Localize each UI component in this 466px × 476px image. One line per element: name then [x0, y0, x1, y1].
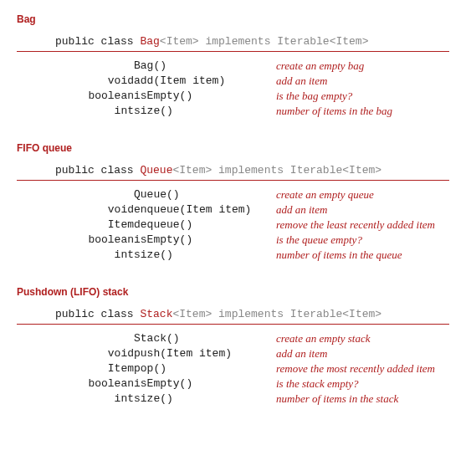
- api-table: Stack()create an empty stack voidpush(It…: [17, 331, 449, 407]
- method-signature: add(Item item): [134, 74, 276, 89]
- api-row: intsize()number of items in the bag: [17, 104, 449, 119]
- method-description: number of items in the stack: [276, 392, 449, 407]
- method-signature: enqueue(Item item): [134, 202, 276, 218]
- api-section-queue: FIFO queue public class Queue<Item> impl…: [17, 142, 449, 263]
- api-row: voidenqueue(Item item)add an item: [17, 202, 449, 218]
- return-type: void: [17, 74, 134, 89]
- method-description: create an empty bag: [276, 59, 449, 74]
- return-type: int: [17, 104, 134, 119]
- section-title: FIFO queue: [17, 142, 449, 154]
- api-row: Itempop()remove the most recently added …: [17, 361, 449, 376]
- return-type: boolean: [17, 89, 134, 104]
- api-section-stack: Pushdown (LIFO) stack public class Stack…: [17, 286, 449, 407]
- method-description: add an item: [276, 202, 449, 218]
- section-title: Pushdown (LIFO) stack: [17, 286, 449, 298]
- class-declaration: public class Stack<Item> implements Iter…: [17, 308, 449, 325]
- return-type: void: [17, 202, 134, 218]
- implements-clause: implements Iterable<Item>: [212, 164, 382, 177]
- implements-clause: implements Iterable<Item>: [212, 308, 382, 320]
- class-name: Bag: [140, 35, 159, 48]
- api-row: booleanisEmpty()is the stack empty?: [17, 376, 449, 392]
- api-row: intsize()number of items in the queue: [17, 248, 449, 263]
- return-type: Item: [17, 361, 134, 376]
- return-type: void: [17, 346, 134, 361]
- api-row: booleanisEmpty()is the bag empty?: [17, 89, 449, 104]
- method-description: create an empty stack: [276, 331, 449, 346]
- method-signature: size(): [134, 104, 276, 119]
- keyword: public class: [55, 308, 140, 320]
- api-row: Stack()create an empty stack: [17, 331, 449, 346]
- class-declaration: public class Queue<Item> implements Iter…: [17, 164, 449, 181]
- return-type: int: [17, 248, 134, 263]
- method-description: is the queue empty?: [276, 233, 449, 248]
- api-table: Queue()create an empty queue voidenqueue…: [17, 187, 449, 263]
- method-signature: isEmpty(): [134, 376, 276, 392]
- api-row: voidpush(Item item)add an item: [17, 346, 449, 361]
- method-description: add an item: [276, 346, 449, 361]
- method-description: is the stack empty?: [276, 376, 449, 392]
- section-title: Bag: [17, 13, 449, 25]
- method-description: remove the most recently added item: [276, 361, 449, 376]
- method-signature: Stack(): [134, 331, 276, 346]
- api-table: Bag()create an empty bag voidadd(Item it…: [17, 59, 449, 119]
- method-signature: size(): [134, 392, 276, 407]
- method-description: is the bag empty?: [276, 89, 449, 104]
- class-declaration: public class Bag<Item> implements Iterab…: [17, 35, 449, 52]
- api-row: voidadd(Item item)add an item: [17, 74, 449, 89]
- class-name: Stack: [140, 308, 172, 320]
- return-type: boolean: [17, 376, 134, 392]
- generic-type: <Item>: [160, 35, 199, 48]
- method-signature: size(): [134, 248, 276, 263]
- method-description: remove the least recently added item: [276, 218, 449, 233]
- api-section-bag: Bag public class Bag<Item> implements It…: [17, 13, 449, 119]
- method-signature: isEmpty(): [134, 89, 276, 104]
- generic-type: <Item>: [172, 164, 212, 177]
- method-signature: Bag(): [134, 59, 276, 74]
- return-type: int: [17, 392, 134, 407]
- api-row: Itemdequeue()remove the least recently a…: [17, 218, 449, 233]
- return-type: [17, 331, 134, 346]
- api-row: Queue()create an empty queue: [17, 187, 449, 202]
- generic-type: <Item>: [172, 308, 212, 320]
- implements-clause: implements Iterable<Item>: [199, 35, 369, 48]
- method-signature: pop(): [134, 361, 276, 376]
- method-signature: isEmpty(): [134, 233, 276, 248]
- return-type: [17, 59, 134, 74]
- method-description: number of items in the queue: [276, 248, 449, 263]
- method-description: add an item: [276, 74, 449, 89]
- method-description: create an empty queue: [276, 187, 449, 202]
- class-name: Queue: [140, 164, 172, 177]
- return-type: boolean: [17, 233, 134, 248]
- api-row: Bag()create an empty bag: [17, 59, 449, 74]
- return-type: [17, 187, 134, 202]
- return-type: Item: [17, 218, 134, 233]
- method-signature: dequeue(): [134, 218, 276, 233]
- api-row: booleanisEmpty()is the queue empty?: [17, 233, 449, 248]
- method-signature: Queue(): [134, 187, 276, 202]
- keyword: public class: [55, 35, 140, 48]
- keyword: public class: [55, 164, 140, 177]
- method-signature: push(Item item): [134, 346, 276, 361]
- api-row: intsize()number of items in the stack: [17, 392, 449, 407]
- method-description: number of items in the bag: [276, 104, 449, 119]
